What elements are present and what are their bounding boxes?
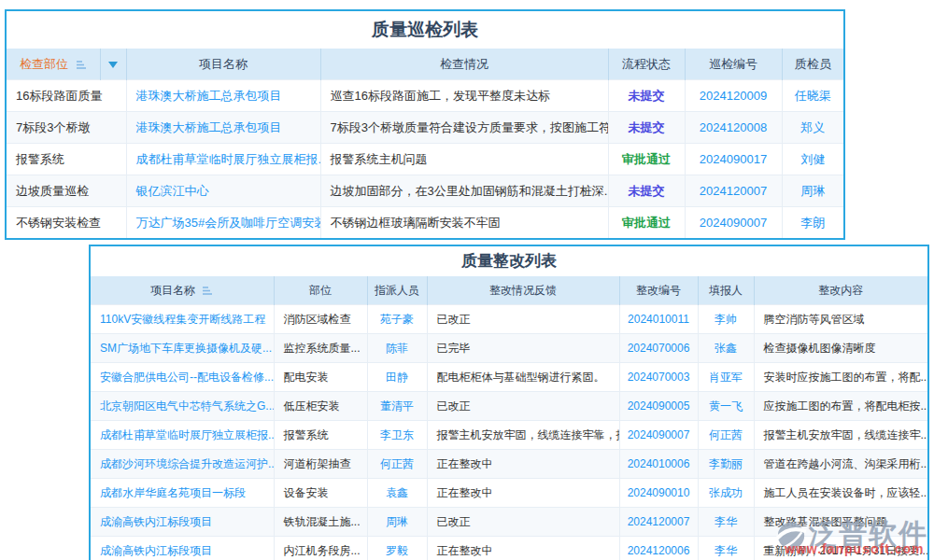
inspection-row: 7标段3个桥墩港珠澳大桥施工总承包项目7标段3个桥墩质量符合建设方质量要求，按图… [7, 112, 843, 144]
cell-reporter-link[interactable]: 李勤丽 [698, 450, 754, 479]
cell-reporter-link[interactable]: 张成功 [698, 479, 754, 508]
rectification-list-panel: 质量整改列表 项目名称 部位 指派人员 [89, 245, 929, 560]
cell-feedback: 已完毕 [427, 334, 619, 363]
col-header-situation[interactable]: 检查情况 [320, 49, 608, 80]
col-header-part[interactable]: 部位 [274, 276, 367, 305]
cell-inspector-link[interactable]: 刘健 [782, 144, 843, 175]
cell-reporter-link[interactable]: 黄一飞 [698, 392, 754, 421]
cell-assignee-link[interactable]: 周琳 [367, 508, 427, 537]
cell-inspector-link[interactable]: 李朗 [782, 207, 843, 239]
status-badge: 审批通过 [608, 144, 685, 175]
cell-rectification-number-link[interactable]: 2024010011 [619, 305, 698, 334]
cell-reporter-link[interactable]: 张鑫 [698, 334, 754, 363]
cell-inspector-link[interactable]: 郑义 [782, 112, 843, 144]
rectification-row: SM广场地下车库更换摄像机及硬...监控系统质量...陈菲已完毕20240700… [91, 334, 927, 363]
cell-rectification-number-link[interactable]: 2024070003 [619, 363, 698, 392]
cell-project-link[interactable]: 万达广场35#会所及咖啡厅空调安装... [126, 207, 320, 239]
cell-rectification-number-link[interactable]: 2024090005 [619, 392, 698, 421]
cell-project-link[interactable]: 银亿滨江中心 [126, 175, 320, 207]
cell-part: 河道桁架抽查 [274, 450, 367, 479]
cell-content: 施工人员在安装设备时，应该轻... [754, 479, 927, 508]
cell-assignee-link[interactable]: 陈菲 [367, 334, 427, 363]
inspection-row: 边坡质量巡检银亿滨江中心边坡加固部分，在3公里处加固钢筋和混凝土打桩深...未提… [7, 175, 843, 207]
cell-part: 配电安装 [274, 363, 367, 392]
cell-reporter-link[interactable]: 李华 [698, 508, 754, 537]
cell-inspection-number-link[interactable]: 2024120007 [685, 175, 782, 207]
cell-inspector-link[interactable]: 任晓渠 [782, 80, 843, 112]
cell-project-link[interactable]: 港珠澳大桥施工总承包项目 [126, 80, 320, 112]
cell-assignee-link[interactable]: 罗毅 [367, 537, 427, 560]
rectification-row: 成都水岸华庭名苑项目一标段设备安装袁鑫正在整改中2024090010张成功施工人… [91, 479, 927, 508]
cell-check-part: 7标段3个桥墩 [7, 112, 126, 144]
cell-check-part: 不锈钢安装检查 [7, 207, 126, 239]
cell-project-link[interactable]: 安徽合肥供电公司--配电设备检修... [91, 363, 274, 392]
cell-reporter-link[interactable]: 李华 [698, 537, 754, 560]
cell-assignee-link[interactable]: 何正茜 [367, 450, 427, 479]
rectification-row: 成渝高铁内江标段项目铁轨混凝土施...周琳已改正2024120007李华整改路基… [91, 508, 927, 537]
cell-assignee-link[interactable]: 董清平 [367, 392, 427, 421]
cell-project-link[interactable]: 成都沙河环境综合提升改造运河护... [91, 450, 274, 479]
cell-content: 整改路基混凝图平整问题 [754, 508, 927, 537]
cell-project-link[interactable]: 成都杜甫草堂临时展厅独立展柜报... [126, 144, 320, 175]
cell-inspection-number-link[interactable]: 2024120008 [685, 112, 782, 144]
rectification-table: 项目名称 部位 指派人员 整改情况反馈 整改编号 填报人 整改内容 [91, 276, 927, 560]
col-header-content[interactable]: 整改内容 [754, 276, 927, 305]
col-header-project[interactable]: 项目名称 [126, 49, 320, 80]
cell-feedback: 正在整改中 [427, 537, 619, 560]
col-header-inspector[interactable]: 质检员 [782, 49, 843, 80]
rectification-row: 成都杜甫草堂临时展厅独立展柜报...报警系统李卫东报警主机安放牢固，线缆连接牢靠… [91, 421, 927, 450]
cell-check-part: 边坡质量巡检 [7, 175, 126, 207]
cell-rectification-number-link[interactable]: 2024090010 [619, 479, 698, 508]
col-header-number[interactable]: 整改编号 [619, 276, 698, 305]
cell-project-link[interactable]: SM广场地下车库更换摄像机及硬... [91, 334, 274, 363]
cell-situation: 7标段3个桥墩质量符合建设方质量要求，按图施工符... [320, 112, 608, 144]
cell-assignee-link[interactable]: 田静 [367, 363, 427, 392]
cell-assignee-link[interactable]: 袁鑫 [367, 479, 427, 508]
cell-assignee-link[interactable]: 苑子豪 [367, 305, 427, 334]
cell-rectification-number-link[interactable]: 2024070006 [619, 334, 698, 363]
column-filter-dropdown[interactable] [100, 49, 126, 80]
cell-inspection-number-link[interactable]: 2024090017 [685, 144, 782, 175]
cell-reporter-link[interactable]: 李帅 [698, 305, 754, 334]
cell-content: 检查摄像机图像清晰度 [754, 334, 927, 363]
page: 质量巡检列表 检查部位 [0, 0, 934, 560]
cell-part: 设备安装 [274, 479, 367, 508]
rectification-row: 安徽合肥供电公司--配电设备检修...配电安装田静配电柜柜体与基础型钢进行紧固。… [91, 363, 927, 392]
cell-project-link[interactable]: 成渝高铁内江标段项目 [91, 537, 274, 560]
cell-reporter-link[interactable]: 何正茜 [698, 421, 754, 450]
cell-inspection-number-link[interactable]: 2024090007 [685, 207, 782, 239]
cell-project-link[interactable]: 成渝高铁内江标段项目 [91, 508, 274, 537]
cell-situation: 巡查16标段路面施工，发现平整度未达标 [320, 80, 608, 112]
col-header-number[interactable]: 巡检编号 [685, 49, 782, 80]
cell-project-link[interactable]: 北京朝阳区电气中芯特气系统之G... [91, 392, 274, 421]
col-header-reporter[interactable]: 填报人 [698, 276, 754, 305]
cell-rectification-number-link[interactable]: 2024120007 [619, 508, 698, 537]
chevron-down-icon [108, 62, 118, 68]
col-header-project-label: 项目名称 [150, 284, 195, 297]
cell-rectification-number-link[interactable]: 2024090007 [619, 421, 698, 450]
inspection-row: 报警系统成都杜甫草堂临时展厅独立展柜报...报警系统主机问题审批通过202409… [7, 144, 843, 175]
status-badge: 未提交 [608, 112, 685, 144]
cell-project-link[interactable]: 港珠澳大桥施工总承包项目 [126, 112, 320, 144]
cell-assignee-link[interactable]: 李卫东 [367, 421, 427, 450]
cell-project-link[interactable]: 成都杜甫草堂临时展厅独立展柜报... [91, 421, 274, 450]
col-header-project[interactable]: 项目名称 [91, 276, 274, 305]
sort-icon [76, 60, 87, 70]
cell-situation: 边坡加固部分，在3公里处加固钢筋和混凝土打桩深... [320, 175, 608, 207]
col-header-check-part[interactable]: 检查部位 [7, 49, 100, 80]
cell-reporter-link[interactable]: 肖亚军 [698, 363, 754, 392]
col-header-status[interactable]: 流程状态 [608, 49, 685, 80]
cell-project-link[interactable]: 成都水岸华庭名苑项目一标段 [91, 479, 274, 508]
cell-inspector-link[interactable]: 周琳 [782, 175, 843, 207]
cell-situation: 报警系统主机问题 [320, 144, 608, 175]
col-header-assignee[interactable]: 指派人员 [367, 276, 427, 305]
cell-rectification-number-link[interactable]: 2024010006 [619, 450, 698, 479]
cell-check-part: 16标段路面质量 [7, 80, 126, 112]
cell-project-link[interactable]: 110kV安徽线程集变开断线路工程 [91, 305, 274, 334]
cell-inspection-number-link[interactable]: 2024120009 [685, 80, 782, 112]
cell-rectification-number-link[interactable]: 2024120006 [619, 537, 698, 560]
cell-part: 监控系统质量... [274, 334, 367, 363]
cell-part: 报警系统 [274, 421, 367, 450]
cell-content: 管道在跨越小河流、沟渠采用桁... [754, 450, 927, 479]
col-header-feedback[interactable]: 整改情况反馈 [427, 276, 619, 305]
